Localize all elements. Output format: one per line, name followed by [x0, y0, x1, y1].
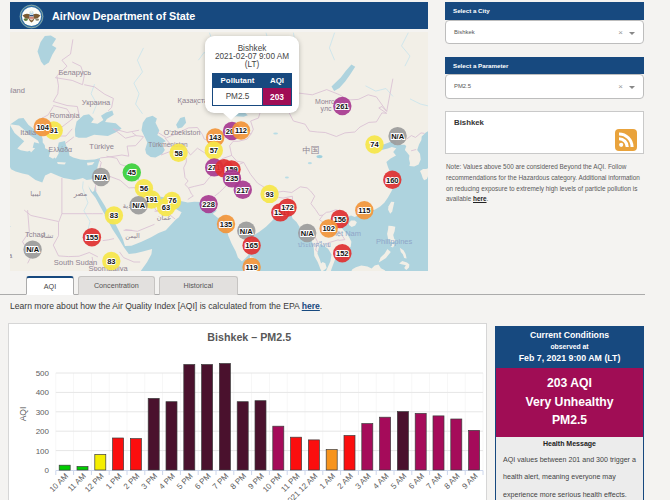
svg-text:104: 104 [36, 123, 49, 132]
svg-text:102: 102 [322, 224, 335, 233]
svg-text:6 AM: 6 AM [407, 471, 426, 490]
svg-text:300: 300 [36, 408, 50, 417]
svg-text:500: 500 [36, 369, 50, 378]
svg-text:N/A: N/A [240, 227, 254, 236]
svg-text:N/A: N/A [391, 132, 405, 141]
svg-text:4 PM: 4 PM [157, 471, 177, 491]
svg-text:تشاد: تشاد [41, 232, 54, 239]
svg-text:160: 160 [386, 176, 399, 185]
svg-text:74: 74 [370, 140, 379, 149]
svg-text:235: 235 [226, 174, 239, 183]
svg-text:中国: 中国 [303, 145, 320, 155]
svg-text:100: 100 [36, 447, 50, 456]
svg-text:83: 83 [110, 211, 118, 220]
svg-text:57: 57 [210, 146, 218, 155]
svg-text:1 PM: 1 PM [104, 471, 124, 491]
svg-text:228: 228 [202, 200, 215, 209]
svg-text:172: 172 [281, 203, 294, 212]
svg-text:400: 400 [36, 388, 50, 397]
svg-text:اليمن: اليمن [125, 232, 140, 240]
svg-text:200: 200 [36, 427, 50, 436]
svg-text:Türkiye: Türkiye [89, 142, 114, 151]
svg-text:2 PM: 2 PM [122, 471, 142, 491]
svg-text:ليبيا: ليبيا [30, 190, 41, 197]
svg-text:Philippines: Philippines [376, 237, 413, 246]
svg-text:56: 56 [140, 184, 148, 193]
svg-text:مصر: مصر [73, 190, 88, 198]
svg-text:O‘zbekiston: O‘zbekiston [164, 129, 201, 136]
svg-text:Беларусь: Беларусь [58, 68, 91, 77]
svg-text:4 AM: 4 AM [371, 471, 390, 490]
svg-text:Bishkek – PM2.5: Bishkek – PM2.5 [207, 331, 291, 343]
svg-text:улс: улс [321, 105, 332, 113]
svg-text:12 PM: 12 PM [83, 471, 106, 494]
svg-text:155: 155 [86, 233, 99, 242]
svg-text:112: 112 [235, 126, 247, 135]
svg-text:119: 119 [246, 263, 258, 271]
svg-text:Romania: Romania [50, 111, 81, 120]
svg-text:N/A: N/A [132, 201, 146, 210]
svg-text:N/A: N/A [95, 173, 109, 182]
svg-text:5 AM: 5 AM [389, 471, 408, 490]
svg-text:5 PM: 5 PM [175, 471, 195, 491]
svg-text:6 PM: 6 PM [193, 471, 213, 491]
svg-text:Ελλάδα: Ελλάδα [49, 146, 73, 153]
svg-text:ประเทศไทย: ประเทศไทย [298, 241, 331, 248]
svg-text:115: 115 [358, 206, 370, 215]
svg-text:58: 58 [174, 149, 182, 158]
svg-text:0: 0 [45, 466, 50, 475]
svg-text:152: 152 [336, 249, 349, 258]
svg-text:3 AM: 3 AM [353, 471, 372, 490]
svg-text:7 PM: 7 PM [211, 471, 231, 491]
svg-text:93: 93 [265, 190, 273, 199]
svg-text:45: 45 [128, 168, 136, 177]
svg-text:63: 63 [162, 203, 170, 212]
svg-text:143: 143 [209, 133, 222, 142]
svg-text:2 AM: 2 AM [336, 471, 355, 490]
svg-text:10 PM: 10 PM [261, 471, 284, 494]
svg-text:1 AM: 1 AM [318, 471, 337, 490]
svg-text:135: 135 [220, 220, 233, 229]
svg-text:8 AM: 8 AM [442, 471, 461, 490]
svg-text:Украина: Украина [82, 98, 111, 107]
svg-text:N/A: N/A [26, 245, 40, 254]
svg-text:217: 217 [237, 186, 250, 195]
svg-text:10 AM: 10 AM [48, 471, 71, 494]
svg-text:165: 165 [245, 241, 258, 250]
svg-text:AQI: AQI [18, 407, 28, 422]
svg-text:3 PM: 3 PM [140, 471, 160, 491]
svg-text:83: 83 [107, 257, 115, 266]
svg-text:261: 261 [336, 102, 349, 111]
svg-text:8 PM: 8 PM [229, 471, 249, 491]
svg-text:tschland: tschland [10, 86, 25, 95]
svg-text:N/A: N/A [301, 229, 315, 238]
svg-text:7 AM: 7 AM [425, 471, 444, 490]
svg-text:9 AM: 9 AM [460, 471, 479, 490]
